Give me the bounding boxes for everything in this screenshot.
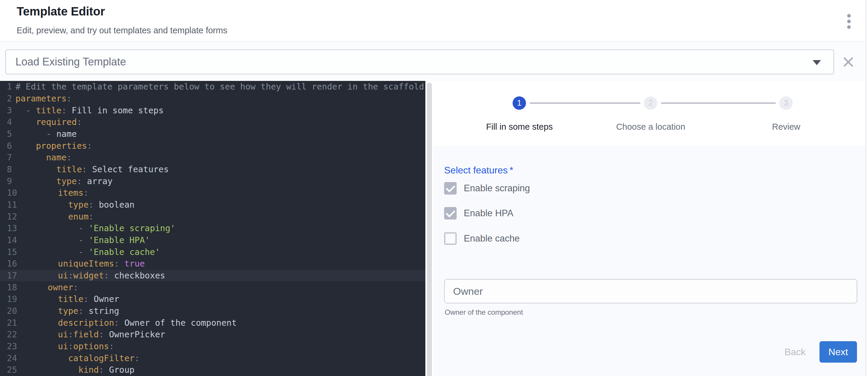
code-text: description: Owner of the component	[17, 318, 237, 328]
token-pun: -	[17, 247, 88, 257]
code-line[interactable]: 7 name:	[0, 152, 425, 164]
code-line[interactable]: 17 ui:widget: checkboxes	[0, 270, 425, 282]
code-line[interactable]: 23 ui:options:	[0, 341, 425, 352]
step-3-circle[interactable]: 3	[779, 96, 793, 110]
code-line[interactable]: 25 kind: Group	[0, 364, 425, 376]
feature-checkbox-row[interactable]: Enable scraping	[444, 182, 530, 195]
code-line[interactable]: 19 title: Owner	[0, 293, 425, 305]
checked-checkbox-icon[interactable]	[444, 182, 457, 195]
feature-checkbox-label[interactable]: Enable HPA	[464, 208, 514, 219]
token-pun: :	[77, 176, 82, 186]
token-key: title	[56, 165, 82, 174]
feature-checkbox-row[interactable]: Enable cache	[444, 232, 520, 245]
line-number: 10	[0, 188, 17, 198]
code-text: - 'Enable scraping'	[17, 224, 175, 233]
load-template-select[interactable]: Load Existing Template	[5, 49, 834, 74]
line-number: 24	[0, 353, 17, 363]
code-editor-lines: 1# Edit the template parameters below to…	[0, 81, 425, 376]
token-val: Owner of the component	[119, 318, 237, 328]
page-subtitle: Edit, preview, and try out templates and…	[17, 26, 227, 35]
feature-checkbox-label[interactable]: Enable cache	[464, 233, 520, 244]
step-1-circle[interactable]: 1	[513, 96, 526, 110]
token-pun: :	[82, 165, 87, 174]
editor-scrollbar-thumb[interactable]	[427, 83, 432, 376]
code-text: required:	[16, 117, 82, 127]
code-text: owner:	[17, 283, 78, 293]
token-key: options	[73, 341, 109, 351]
code-line[interactable]: 4 required:	[0, 116, 425, 128]
code-line[interactable]: 16 uniqueItems: true	[0, 258, 425, 270]
code-line[interactable]: 18 owner:	[0, 281, 425, 293]
code-line[interactable]: 13 - 'Enable scraping'	[0, 223, 425, 234]
template-toolbar: Load Existing Template	[0, 43, 866, 81]
code-line[interactable]: 2parameters:	[0, 93, 425, 105]
step-2-label: Choose a location	[616, 122, 685, 132]
step-connector	[661, 103, 776, 104]
token-pun: :	[73, 283, 78, 293]
page-scrollbar-gutter[interactable]	[866, 0, 868, 376]
kebab-dot	[847, 25, 851, 29]
code-editor[interactable]: 1# Edit the template parameters below to…	[0, 81, 425, 376]
token-pun: :	[67, 94, 72, 104]
code-text: properties:	[16, 141, 92, 151]
token-key: enum	[68, 212, 89, 221]
code-text: type: string	[17, 306, 119, 316]
code-line[interactable]: 15 - 'Enable cache'	[0, 246, 425, 258]
code-line[interactable]: 22 ui:field: OwnerPicker	[0, 329, 425, 341]
line-number: 7	[0, 152, 16, 163]
code-text: ui:options:	[17, 341, 114, 351]
token-key: uniqueItems	[58, 259, 114, 269]
code-line[interactable]: 10 items:	[0, 187, 425, 199]
step-1-label: Fill in some steps	[486, 122, 553, 132]
token-val: name	[56, 129, 77, 139]
code-line[interactable]: 6 properties:	[0, 140, 425, 152]
token-pun: :	[87, 141, 92, 151]
code-text: type: boolean	[17, 200, 134, 210]
code-line[interactable]: 8 title: Select features	[0, 164, 425, 175]
more-options-icon[interactable]	[841, 11, 857, 32]
line-number: 2	[0, 94, 16, 104]
line-number: 15	[0, 247, 17, 257]
token-pun: :	[77, 117, 82, 127]
token-key: ui	[58, 341, 68, 351]
token-key: type	[68, 200, 89, 210]
code-text: catalogFilter:	[17, 353, 140, 363]
owner-input[interactable]	[444, 279, 857, 303]
code-line[interactable]: 20 type: string	[0, 305, 425, 317]
token-pun: -	[17, 224, 88, 233]
token-pun: :	[68, 330, 73, 339]
token-key: name	[46, 152, 67, 163]
editor-scrollbar-track[interactable]	[425, 81, 433, 376]
code-text: # Edit the template parameters below to …	[16, 82, 424, 92]
code-line[interactable]: 3 - title: Fill in some steps	[0, 104, 425, 116]
back-button[interactable]: Back	[773, 341, 817, 362]
token-val: Owner	[89, 294, 119, 304]
code-line[interactable]: 21 description: Owner of the component	[0, 317, 425, 329]
code-line[interactable]: 12 enum:	[0, 211, 425, 223]
code-line[interactable]: 1# Edit the template parameters below to…	[0, 81, 425, 93]
token-pun	[16, 152, 46, 163]
line-number: 6	[0, 141, 16, 151]
page-title: Template Editor	[17, 5, 105, 18]
checked-checkbox-icon[interactable]	[444, 207, 457, 219]
owner-helper-text: Owner of the component	[445, 308, 523, 316]
unchecked-checkbox-icon[interactable]	[444, 232, 457, 245]
code-line[interactable]: 5 - name	[0, 128, 425, 140]
step-2-circle[interactable]: 2	[644, 96, 657, 110]
token-kw: true	[119, 259, 145, 269]
clear-template-button[interactable]	[842, 55, 855, 68]
code-line[interactable]: 24 catalogFilter:	[0, 352, 425, 364]
line-number: 23	[0, 341, 17, 351]
feature-checkbox-row[interactable]: Enable HPA	[444, 207, 514, 220]
code-line[interactable]: 14 - 'Enable HPA'	[0, 234, 425, 246]
code-text: - 'Enable cache'	[17, 247, 160, 257]
line-number: 12	[0, 212, 17, 221]
code-text: enum:	[17, 212, 93, 221]
load-template-select-value: Load Existing Template	[16, 56, 126, 68]
next-button[interactable]: Next	[819, 341, 857, 363]
feature-checkbox-label[interactable]: Enable scraping	[464, 183, 530, 194]
token-key: items	[58, 188, 84, 198]
code-line[interactable]: 11 type: boolean	[0, 199, 425, 211]
token-pun	[17, 188, 58, 198]
code-line[interactable]: 9 type: array	[0, 175, 425, 187]
